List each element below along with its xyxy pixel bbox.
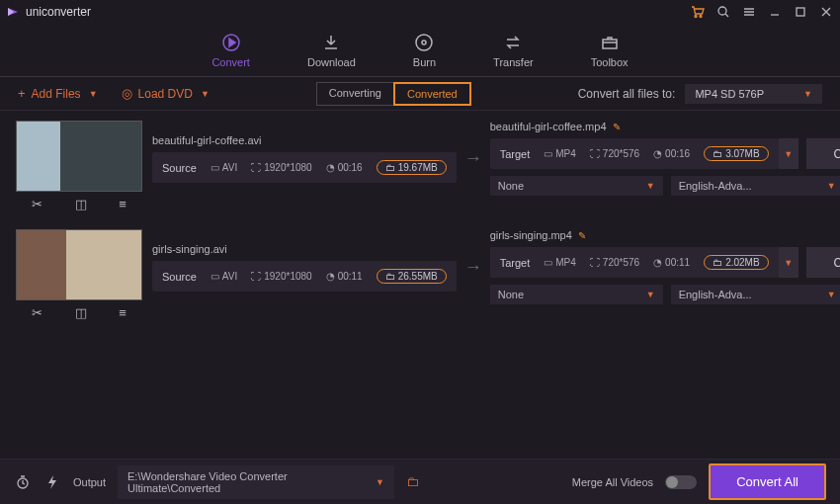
source-size: 🗀 26.55MB <box>377 269 447 284</box>
open-folder-icon[interactable]: 🗀 <box>406 474 419 489</box>
edit-icon[interactable]: ✎ <box>613 122 621 132</box>
status-tabs: Converting Converted <box>316 82 471 106</box>
target-format-chevron[interactable]: ▼ <box>779 247 798 278</box>
video-thumbnail[interactable] <box>16 121 142 192</box>
source-filename: beautiful-girl-coffee.avi <box>152 134 261 146</box>
arrow-right-icon: → <box>457 148 490 169</box>
bottom-bar: Output E:\Wondershare Video Converter Ul… <box>0 459 840 504</box>
subtitle-select[interactable]: None▼ <box>490 176 663 196</box>
arrow-right-icon: → <box>457 257 490 278</box>
titlebar-right <box>690 4 834 20</box>
titlebar: uniconverter <box>0 0 840 24</box>
crop-icon[interactable]: ◫ <box>75 197 87 211</box>
menu-icon[interactable] <box>741 4 757 20</box>
merge-toggle[interactable] <box>665 475 697 489</box>
audio-select[interactable]: English-Adva...▼ <box>671 176 840 196</box>
trim-icon[interactable]: ✂ <box>32 197 42 211</box>
nav-transfer[interactable]: Transfer <box>493 33 534 68</box>
output-label: Output <box>73 476 106 488</box>
toolbar-right: Convert all files to: MP4 SD 576P ▼ <box>578 84 822 104</box>
download-icon <box>321 33 341 52</box>
convert-all-to-label: Convert all files to: <box>578 87 676 101</box>
chevron-down-icon: ▼ <box>803 89 812 99</box>
tab-converting[interactable]: Converting <box>316 82 393 106</box>
chevron-down-icon: ▼ <box>201 89 210 99</box>
minimize-icon[interactable] <box>767 4 783 20</box>
svg-marker-1 <box>8 8 14 16</box>
convert-all-button[interactable]: Convert All <box>709 463 826 500</box>
target-info: Target ▭ MP4 ⛶ 720*576 ◔ 00:16 🗀 3.07MB <box>490 138 779 169</box>
chevron-down-icon: ▼ <box>376 477 384 487</box>
nav-toolbox[interactable]: Toolbox <box>591 33 629 68</box>
maximize-icon[interactable] <box>793 4 808 20</box>
source-info: Source ▭ AVI ⛶ 1920*1080 ◔ 00:11 🗀 26.55… <box>152 261 457 292</box>
close-icon[interactable] <box>818 4 834 20</box>
svg-marker-12 <box>48 475 56 489</box>
file-row: ✂ ◫ ≡ beautiful-girl-coffee.avi Source ▭… <box>16 121 824 215</box>
target-size: 🗀 2.02MB <box>704 255 768 270</box>
crop-icon[interactable]: ◫ <box>75 305 87 320</box>
trim-icon[interactable]: ✂ <box>32 305 42 320</box>
target-filename: girls-singing.mp4 <box>490 229 572 241</box>
convert-icon <box>221 33 241 52</box>
duration-icon: ◔ 00:16 <box>326 162 363 173</box>
format-icon: ▭ AVI <box>210 162 237 173</box>
svg-rect-5 <box>797 8 804 16</box>
resolution-icon: ⛶ 1920*1080 <box>251 162 311 173</box>
cart-icon[interactable] <box>690 4 706 20</box>
effects-icon[interactable]: ≡ <box>119 305 126 320</box>
merge-label: Merge All Videos <box>572 476 653 488</box>
source-filename: girls-singing.avi <box>152 243 227 255</box>
file-row: ✂ ◫ ≡ girls-singing.avi Source ▭ AVI ⛶ 1… <box>16 229 824 324</box>
main-nav: Convert Download Burn Transfer Toolbox <box>0 24 840 77</box>
source-size: 🗀 19.67MB <box>377 160 447 175</box>
nav-download[interactable]: Download <box>307 33 356 68</box>
svg-point-9 <box>422 41 426 44</box>
plus-icon: + <box>18 86 26 101</box>
svg-rect-10 <box>603 40 617 48</box>
load-dvd-button[interactable]: ◎ Load DVD ▼ <box>122 86 210 101</box>
toolbar-left: + Add Files ▼ ◎ Load DVD ▼ <box>18 86 210 101</box>
target-size: 🗀 3.07MB <box>704 146 768 161</box>
transfer-icon <box>503 33 523 52</box>
convert-button[interactable]: Convert <box>806 247 840 278</box>
audio-select[interactable]: English-Adva...▼ <box>671 285 840 304</box>
app-name: uniconverter <box>26 5 91 19</box>
subtitle-select[interactable]: None▼ <box>490 285 663 304</box>
svg-point-2 <box>695 16 697 18</box>
output-format-select[interactable]: MP4 SD 576P ▼ <box>685 84 822 104</box>
tab-converted[interactable]: Converted <box>393 82 471 106</box>
schedule-icon[interactable] <box>14 473 32 491</box>
svg-point-3 <box>700 16 702 18</box>
gpu-icon[interactable] <box>43 473 61 491</box>
target-format-chevron[interactable]: ▼ <box>779 138 798 169</box>
video-thumbnail[interactable] <box>16 229 142 300</box>
edit-icon[interactable]: ✎ <box>578 230 586 241</box>
effects-icon[interactable]: ≡ <box>119 197 126 211</box>
toolbar: + Add Files ▼ ◎ Load DVD ▼ Converting Co… <box>0 77 840 111</box>
svg-point-4 <box>718 7 726 15</box>
app-logo-icon <box>6 5 20 19</box>
toolbox-icon <box>600 33 620 52</box>
output-path-select[interactable]: E:\Wondershare Video Converter Ultimate\… <box>118 465 394 499</box>
target-info: Target ▭ MP4 ⛶ 720*576 ◔ 00:11 🗀 2.02MB <box>490 247 779 278</box>
file-list: ✂ ◫ ≡ beautiful-girl-coffee.avi Source ▭… <box>0 111 840 435</box>
svg-point-8 <box>416 35 432 50</box>
chevron-down-icon: ▼ <box>89 89 98 99</box>
nav-convert[interactable]: Convert <box>211 33 250 68</box>
convert-button[interactable]: Convert <box>806 138 840 169</box>
disc-icon: ◎ <box>122 86 132 101</box>
source-info: Source ▭ AVI ⛶ 1920*1080 ◔ 00:16 🗀 19.67… <box>152 152 457 183</box>
titlebar-left: uniconverter <box>6 5 91 19</box>
search-icon[interactable] <box>715 4 731 20</box>
add-files-button[interactable]: + Add Files ▼ <box>18 86 98 101</box>
svg-marker-7 <box>229 39 235 46</box>
burn-icon <box>414 33 434 52</box>
target-filename: beautiful-girl-coffee.mp4 <box>490 121 607 132</box>
nav-burn[interactable]: Burn <box>413 33 436 68</box>
